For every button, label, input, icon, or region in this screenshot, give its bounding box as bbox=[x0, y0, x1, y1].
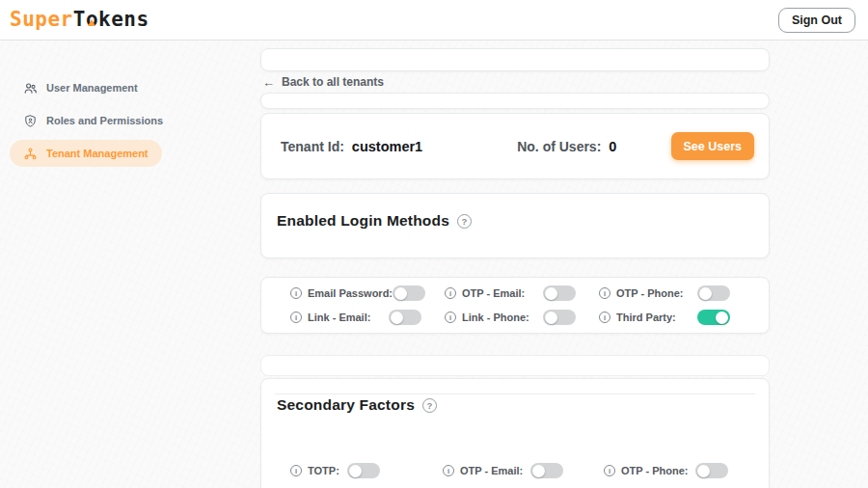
toggle-label: TOTP: bbox=[308, 465, 339, 476]
toggle-item-link-email: i Link - Email: bbox=[290, 310, 445, 325]
logo-triangle-icon bbox=[88, 19, 95, 26]
empty-card-strip-top bbox=[260, 48, 770, 71]
secondary-factors-card: Secondary Factors ? i TOTP: i OTP - Emai… bbox=[260, 378, 770, 488]
third-party-toggle[interactable] bbox=[697, 310, 730, 325]
secondary-factors-title-row: Secondary Factors ? bbox=[277, 396, 753, 414]
toggle-label: Link - Phone: bbox=[462, 312, 529, 323]
toggle-item-totp: i TOTP: bbox=[290, 463, 443, 478]
help-question-icon[interactable]: ? bbox=[422, 398, 437, 413]
toggle-item-third-party: i Third Party: bbox=[599, 310, 753, 325]
tenant-id-group: Tenant Id: customer1 bbox=[281, 139, 422, 154]
login-methods-title-row: Enabled Login Methods ? bbox=[277, 212, 753, 230]
toggle-item-sf-otp-phone: i OTP - Phone: bbox=[604, 463, 728, 478]
empty-card-strip-mid bbox=[260, 93, 770, 109]
hierarchy-icon bbox=[23, 147, 38, 161]
link-email-toggle[interactable] bbox=[389, 310, 421, 325]
info-icon[interactable]: i bbox=[290, 287, 302, 299]
shield-icon bbox=[23, 114, 38, 128]
toggle-label: Email Password: bbox=[308, 287, 393, 299]
back-link-label: Back to all tenants bbox=[282, 75, 384, 89]
login-methods-title: Enabled Login Methods bbox=[277, 212, 449, 230]
sidebar-item-label: Roles and Permissions bbox=[46, 115, 163, 126]
toggle-label: Third Party: bbox=[616, 312, 676, 323]
logo-text-t: T bbox=[73, 8, 86, 31]
users-icon bbox=[23, 81, 38, 95]
toggle-label: OTP - Phone: bbox=[621, 465, 688, 476]
logo-text-super: Super bbox=[10, 8, 73, 31]
otp-email-toggle[interactable] bbox=[543, 285, 576, 301]
tenant-id-value: customer1 bbox=[352, 139, 422, 154]
help-question-icon[interactable]: ? bbox=[457, 214, 472, 229]
email-password-toggle[interactable] bbox=[393, 285, 425, 301]
otp-phone-toggle[interactable] bbox=[697, 285, 730, 301]
info-icon[interactable]: i bbox=[290, 465, 302, 476]
user-count-value: 0 bbox=[609, 139, 616, 154]
tenant-id-label: Tenant Id: bbox=[281, 139, 344, 154]
secondary-factors-title: Secondary Factors bbox=[277, 396, 415, 414]
toggle-label: OTP - Email: bbox=[460, 465, 523, 476]
sidebar-item-user-management[interactable]: User Management bbox=[10, 74, 151, 101]
tenant-card: Tenant Id: customer1 No. of Users: 0 See… bbox=[260, 113, 770, 179]
toggle-item-link-phone: i Link - Phone: bbox=[445, 310, 599, 325]
logo-text-kens: kens bbox=[98, 8, 149, 31]
see-users-button[interactable]: See Users bbox=[671, 132, 754, 160]
sidebar-item-roles-permissions[interactable]: Roles and Permissions bbox=[10, 107, 176, 134]
login-toggles-card: i Email Password: i OTP - Email: i OTP -… bbox=[260, 277, 770, 334]
toggle-label: Link - Email: bbox=[308, 312, 370, 323]
logo-letter-o: o bbox=[86, 8, 98, 31]
info-icon[interactable]: i bbox=[599, 312, 610, 323]
sidebar-item-label: User Management bbox=[46, 82, 138, 94]
toggle-item-sf-otp-email: i OTP - Email: bbox=[443, 463, 604, 478]
info-icon[interactable]: i bbox=[445, 287, 456, 299]
sf-otp-phone-toggle[interactable] bbox=[695, 463, 728, 478]
info-icon[interactable]: i bbox=[443, 465, 454, 476]
info-icon[interactable]: i bbox=[604, 465, 615, 476]
info-icon[interactable]: i bbox=[445, 312, 456, 323]
back-to-tenants-link[interactable]: ← Back to all tenants bbox=[262, 75, 384, 89]
link-phone-toggle[interactable] bbox=[543, 310, 576, 325]
empty-card-strip-lower bbox=[260, 355, 770, 376]
sf-otp-email-toggle[interactable] bbox=[530, 463, 563, 478]
sidebar: User Management Roles and Permissions Te… bbox=[0, 40, 260, 488]
user-count-group: No. of Users: 0 bbox=[517, 139, 616, 154]
supertokens-logo: SuperTokens bbox=[10, 8, 149, 31]
login-methods-card: Enabled Login Methods ? bbox=[260, 193, 770, 258]
info-icon[interactable]: i bbox=[599, 287, 610, 299]
sidebar-item-tenant-management[interactable]: Tenant Management bbox=[10, 140, 162, 167]
user-count-label: No. of Users: bbox=[517, 139, 601, 154]
back-arrow-icon: ← bbox=[262, 76, 275, 89]
toggle-item-otp-phone: i OTP - Phone: bbox=[599, 285, 753, 301]
toggle-item-email-password: i Email Password: bbox=[290, 285, 445, 301]
top-header: SuperTokens Sign Out bbox=[0, 0, 868, 41]
totp-toggle[interactable] bbox=[347, 463, 380, 478]
toggle-item-otp-email: i OTP - Email: bbox=[445, 285, 599, 301]
secondary-factors-toggle-row: i TOTP: i OTP - Email: i OTP - Phone: bbox=[277, 463, 753, 478]
sidebar-item-label: Tenant Management bbox=[46, 148, 149, 159]
toggle-label: OTP - Phone: bbox=[616, 287, 683, 299]
info-icon[interactable]: i bbox=[290, 312, 302, 323]
toggle-label: OTP - Email: bbox=[462, 287, 525, 299]
sign-out-button[interactable]: Sign Out bbox=[778, 8, 855, 33]
